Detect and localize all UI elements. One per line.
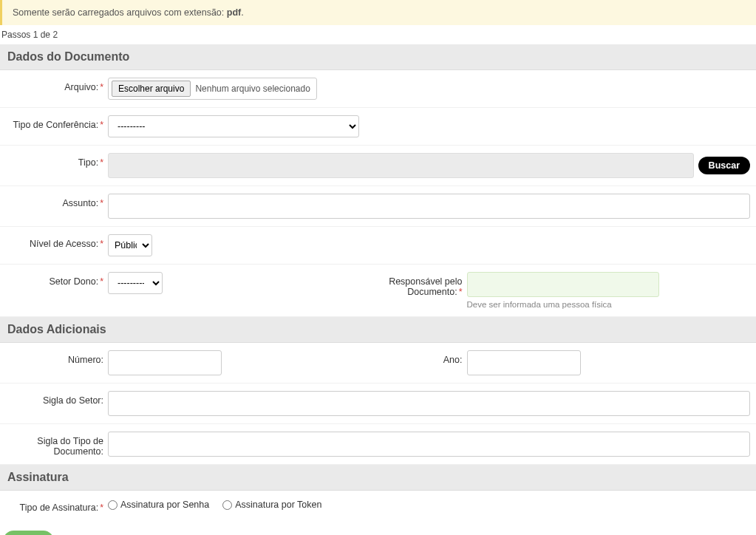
label-tipo-conf: Tipo de Conferência:*	[6, 115, 108, 130]
label-assunto: Assunto:*	[6, 194, 108, 208]
tipo-conferencia-select[interactable]: ---------	[108, 115, 359, 137]
section-dados-adicionais: Dados Adicionais	[0, 317, 756, 343]
nivel-acesso-select[interactable]: Público	[108, 234, 152, 256]
radio-senha[interactable]	[108, 500, 118, 510]
section-dados-documento: Dados do Documento	[0, 44, 756, 70]
steps-label: Passos 1 de 2	[0, 25, 756, 44]
numero-input[interactable]	[108, 350, 222, 375]
responsavel-help: Deve ser informada uma pessoa física	[467, 300, 659, 309]
setor-dono-select[interactable]: ---------	[108, 272, 163, 294]
alert-file-extension: Somente serão carregados arquivos com ex…	[0, 0, 756, 25]
file-input-wrapper[interactable]: Escolher arquivo Nenhum arquivo selecion…	[108, 78, 317, 100]
responsavel-input[interactable]	[467, 272, 659, 297]
radio-senha-label: Assinatura por Senha	[120, 500, 209, 510]
label-arquivo: Arquivo:*	[6, 78, 108, 92]
sigla-tipo-input[interactable]	[108, 432, 750, 457]
label-sigla-setor: Sigla do Setor:	[6, 391, 108, 406]
file-choose-button[interactable]: Escolher arquivo	[112, 81, 191, 97]
sigla-setor-input[interactable]	[108, 391, 750, 416]
buscar-button[interactable]: Buscar	[698, 157, 750, 174]
tipo-input	[108, 153, 694, 178]
radio-token-label: Assinatura por Token	[235, 500, 321, 510]
alert-text-prefix: Somente serão carregados arquivos com ex…	[13, 7, 227, 18]
label-tipo-assinatura: Tipo de Assinatura:*	[6, 498, 108, 513]
label-responsavel: Responsável pelo Documento:*	[378, 272, 467, 297]
label-tipo: Tipo:*	[6, 153, 108, 168]
label-sigla-tipo: Sigla do Tipo de Documento:	[6, 432, 108, 457]
radio-senha-item[interactable]: Assinatura por Senha	[108, 500, 209, 510]
alert-suffix: .	[241, 7, 243, 18]
label-numero: Número:	[6, 350, 108, 365]
radio-token[interactable]	[222, 500, 232, 510]
radio-token-item[interactable]: Assinatura por Token	[222, 500, 321, 510]
salvar-button[interactable]: Salvar	[3, 531, 54, 535]
label-setor-dono: Setor Dono:*	[6, 272, 108, 287]
file-status: Nenhum arquivo selecionado	[195, 84, 313, 94]
assunto-input[interactable]	[108, 194, 750, 219]
label-ano: Ano:	[378, 350, 467, 365]
section-assinatura: Assinatura	[0, 465, 756, 491]
label-nivel: Nível de Acesso:*	[6, 234, 108, 249]
ano-input[interactable]	[467, 350, 581, 375]
alert-ext: pdf	[227, 7, 241, 18]
